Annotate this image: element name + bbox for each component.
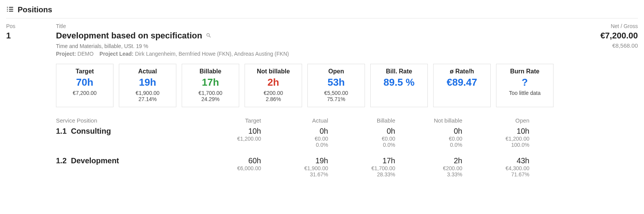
service-hours: 17h: [328, 156, 395, 165]
position-title: Development based on specification: [56, 31, 202, 41]
search-icon[interactable]: [206, 33, 211, 39]
list-icon: [6, 5, 14, 14]
metric-card: Open53h€5,500.0075.71%: [307, 64, 365, 107]
metric-card: Actual19h€1,900.0027.14%: [119, 64, 176, 107]
metric-label: Target: [59, 68, 111, 75]
metric-card: Bill. Rate89.5 %: [370, 64, 428, 107]
metric-value: ?: [499, 76, 551, 88]
service-percent: 31.67%: [261, 171, 328, 178]
metric-card: Target70h€7,200.00: [56, 64, 113, 107]
service-amount: €0.00: [328, 136, 395, 142]
service-cell: 10h€1,200.00100.0%: [462, 125, 529, 148]
service-amount: €200.00: [395, 165, 462, 171]
metric-amount: Too little data: [499, 90, 551, 96]
svg-line-7: [209, 36, 211, 37]
service-amount: €1,700.00: [328, 165, 395, 171]
metric-label: Billable: [184, 68, 237, 75]
service-hours: 10h: [462, 127, 529, 136]
metric-amount: €1,700.00: [184, 90, 237, 96]
service-cell: 60h€6,000.00: [194, 155, 261, 178]
service-cell: 10h€1,200.00: [194, 125, 261, 148]
metric-value: 2h: [247, 76, 299, 88]
pos-number: 1: [6, 31, 56, 41]
service-row: 1.1 Consulting10h€1,200.000h€0.000.0%0h€…: [56, 125, 561, 148]
lead-label: Project Lead:: [100, 51, 134, 57]
metric-value: 70h: [59, 76, 111, 88]
metric-card: Billable17h€1,700.0024.29%: [182, 64, 239, 107]
service-hours: 10h: [194, 127, 261, 136]
metric-label: Actual: [122, 68, 174, 75]
service-percent: 3.33%: [395, 171, 462, 178]
service-row: 1.2 Development60h€6,000.0019h€1,900.003…: [56, 155, 561, 178]
title-col: Title Development based on specification…: [56, 23, 561, 184]
metric-amount: €5,500.00: [310, 90, 362, 96]
service-amount: €0.00: [395, 136, 462, 142]
metric-percent: 75.71%: [310, 96, 362, 102]
position-row: Pos 1 Title Development based on specifi…: [6, 23, 638, 184]
metric-label: Burn Rate: [499, 68, 551, 75]
service-percent: 100.0%: [462, 142, 529, 148]
lead-value: Dirk Langenheim, Bernfried Howe (FKN), A…: [135, 51, 289, 57]
col-billable: Billable: [328, 117, 395, 125]
svg-point-0: [7, 7, 8, 8]
service-hours: 0h: [395, 127, 462, 136]
metric-percent: 24.29%: [184, 96, 237, 102]
metric-label: Open: [310, 68, 362, 75]
service-amount: €1,900.00: [261, 165, 328, 171]
metric-percent: 27.14%: [122, 96, 174, 102]
metric-label: Not billable: [247, 68, 299, 75]
service-percent: 71.67%: [462, 171, 529, 178]
service-amount: €6,000.00: [194, 165, 261, 171]
service-amount: €4,300.00: [462, 165, 529, 171]
service-cell: 0h€0.000.0%: [395, 125, 462, 148]
service-number: 1.2: [56, 156, 67, 165]
service-title: 1.2 Development: [56, 155, 194, 178]
metric-card: Burn Rate?Too little data: [496, 64, 554, 107]
service-hours: 2h: [395, 156, 462, 165]
section-header: Positions: [6, 4, 638, 18]
position-meta: Project: DEMO Project Lead: Dirk Langenh…: [56, 51, 561, 57]
service-hours: 0h: [261, 127, 328, 136]
service-cell: 17h€1,700.0028.33%: [328, 155, 395, 178]
service-percent: 28.33%: [328, 171, 395, 178]
metric-value: 53h: [310, 76, 362, 88]
service-hours: 60h: [194, 156, 261, 165]
service-hours: 19h: [261, 156, 328, 165]
metric-label: Bill. Rate: [373, 68, 425, 75]
service-percent: 0.0%: [328, 142, 395, 148]
metric-value: €89.47: [436, 76, 488, 88]
service-cell: 0h€0.000.0%: [261, 125, 328, 148]
gross-amount: €8,568.00: [561, 42, 638, 49]
net-amount: €7,200.00: [561, 31, 638, 41]
metric-value: 19h: [122, 76, 174, 88]
service-hours: 0h: [328, 127, 395, 136]
svg-point-1: [7, 9, 8, 10]
metric-amount: €200.00: [247, 90, 299, 96]
service-name: Consulting: [71, 127, 111, 135]
project-label: Project:: [56, 51, 76, 57]
pos-col: Pos 1: [6, 23, 56, 41]
svg-point-2: [7, 11, 8, 12]
metric-value: 89.5 %: [373, 76, 425, 88]
metric-amount: €1,900.00: [122, 90, 174, 96]
service-percent: 0.0%: [395, 142, 462, 148]
metric-cards: Target70h€7,200.00Actual19h€1,900.0027.1…: [56, 64, 561, 107]
service-cell: 43h€4,300.0071.67%: [462, 155, 529, 178]
metric-value: 17h: [184, 76, 237, 88]
service-name: Development: [71, 156, 119, 165]
metric-percent: 2.86%: [247, 96, 299, 102]
col-target: Target: [194, 117, 261, 125]
net-gross-label: Net / Gross: [561, 23, 638, 29]
service-percent: 0.0%: [261, 142, 328, 148]
title-label: Title: [56, 23, 561, 29]
service-positions: Service Position Target Actual Billable …: [56, 117, 561, 178]
col-actual: Actual: [261, 117, 328, 125]
metric-card: ø Rate/h€89.47: [433, 64, 491, 107]
col-not-billable: Not billable: [395, 117, 462, 125]
service-title: 1.1 Consulting: [56, 125, 194, 148]
metric-card: Not billable2h€200.002.86%: [245, 64, 302, 107]
metric-label: ø Rate/h: [436, 68, 488, 75]
service-amount: €0.00: [261, 136, 328, 142]
service-hours: 43h: [462, 156, 529, 165]
net-gross-col: Net / Gross €7,200.00 €8,568.00: [561, 23, 638, 49]
